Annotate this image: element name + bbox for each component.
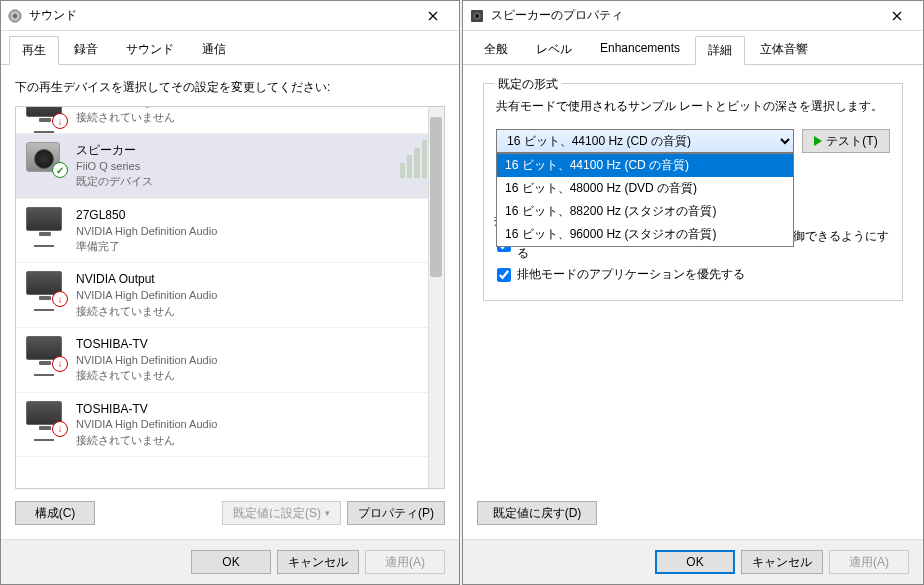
device-status: 準備完了 [76, 239, 217, 254]
tab-再生[interactable]: 再生 [9, 36, 59, 65]
tab-サウンド[interactable]: サウンド [113, 35, 187, 64]
device-item[interactable]: ↓TOSHIBA-TVNVIDIA High Definition Audio接… [16, 393, 444, 458]
restore-defaults-button[interactable]: 既定値に戻す(D) [477, 501, 597, 525]
status-down-icon: ↓ [52, 291, 68, 307]
instruction-text: 下の再生デバイスを選択してその設定を変更してください: [15, 79, 445, 96]
monitor-icon: ↓ [26, 336, 66, 368]
properties-button[interactable]: プロパティ(P) [347, 501, 445, 525]
apply-button[interactable]: 適用(A) [829, 550, 909, 574]
set-default-button[interactable]: 既定値に設定(S) [222, 501, 341, 525]
sound-icon [7, 8, 23, 24]
tab-レベル[interactable]: レベル [523, 35, 585, 64]
format-option[interactable]: 16 ビット、44100 Hz (CD の音質) [497, 154, 793, 177]
monitor-icon [26, 207, 66, 239]
status-down-icon: ↓ [52, 113, 68, 129]
test-button[interactable]: テスト(T) [802, 129, 890, 153]
props-content: 既定の形式 共有モードで使用されるサンプル レートとビットの深さを選択します。 … [463, 65, 923, 539]
sound-content: 下の再生デバイスを選択してその設定を変更してください: ↓2- NVIDIA H… [1, 65, 459, 539]
device-item[interactable]: ↓TOSHIBA-TVNVIDIA High Definition Audio接… [16, 328, 444, 393]
monitor-icon: ↓ [26, 271, 66, 303]
device-name: TOSHIBA-TV [76, 336, 217, 353]
speaker-icon: ✓ [26, 142, 66, 174]
tab-詳細[interactable]: 詳細 [695, 36, 745, 65]
format-combo[interactable]: 16 ビット、44100 Hz (CD の音質) [496, 129, 794, 153]
format-option[interactable]: 16 ビット、48000 Hz (DVD の音質) [497, 177, 793, 200]
monitor-icon: ↓ [26, 401, 66, 433]
speaker-properties-window: スピーカーのプロパティ 全般レベルEnhancements詳細立体音響 既定の形… [462, 0, 924, 585]
default-format-group: 既定の形式 共有モードで使用されるサンプル レートとビットの深さを選択します。 … [483, 83, 903, 301]
device-desc: NVIDIA High Definition Audio [76, 353, 217, 368]
monitor-icon: ↓ [26, 106, 66, 125]
device-desc: NVIDIA High Definition Audio [76, 224, 217, 239]
exclusive-priority-row: 排他モードのアプリケーションを優先する [497, 266, 889, 283]
format-option[interactable]: 16 ビット、96000 Hz (スタジオの音質) [497, 223, 793, 246]
device-status: 接続されていません [76, 110, 244, 125]
speaker-icon [469, 8, 485, 24]
status-down-icon: ↓ [52, 421, 68, 437]
close-button[interactable] [413, 2, 453, 30]
apply-button[interactable]: 適用(A) [365, 550, 445, 574]
device-name: スピーカー [76, 142, 153, 159]
exclusive-priority-label: 排他モードのアプリケーションを優先する [517, 266, 745, 283]
device-status: 接続されていません [76, 304, 217, 319]
device-name: 27GL850 [76, 207, 217, 224]
device-desc: NVIDIA High Definition Audio [76, 417, 217, 432]
device-status: 既定のデバイス [76, 174, 153, 189]
status-ok-icon: ✓ [52, 162, 68, 178]
device-status: 接続されていません [76, 368, 217, 383]
device-item[interactable]: 27GL850NVIDIA High Definition Audio準備完了 [16, 199, 444, 264]
sound-footer: OK キャンセル 適用(A) [1, 539, 459, 584]
svg-point-3 [474, 13, 480, 19]
sound-window: サウンド 再生録音サウンド通信 下の再生デバイスを選択してその設定を変更してくだ… [0, 0, 460, 585]
device-buttons-row: 構成(C) 既定値に設定(S) プロパティ(P) [15, 501, 445, 525]
format-dropdown[interactable]: 16 ビット、44100 Hz (CD の音質)16 ビット、48000 Hz … [496, 153, 794, 247]
default-format-desc: 共有モードで使用されるサンプル レートとビットの深さを選択します。 [496, 98, 890, 115]
cancel-button[interactable]: キャンセル [277, 550, 359, 574]
scrollbar[interactable] [428, 107, 444, 488]
device-list[interactable]: ↓2- NVIDIA High Definition Audio接続されていませ… [15, 106, 445, 489]
configure-button[interactable]: 構成(C) [15, 501, 95, 525]
device-item[interactable]: ↓2- NVIDIA High Definition Audio接続されていませ… [16, 106, 444, 134]
device-item[interactable]: ↓NVIDIA OutputNVIDIA High Definition Aud… [16, 263, 444, 328]
play-icon [814, 136, 822, 146]
device-name: NVIDIA Output [76, 271, 217, 288]
props-titlebar: スピーカーのプロパティ [463, 1, 923, 31]
props-title: スピーカーのプロパティ [491, 7, 877, 24]
format-row: 16 ビット、44100 Hz (CD の音質) テスト(T) 16 ビット、4… [496, 129, 890, 153]
ok-button[interactable]: OK [191, 550, 271, 574]
format-option[interactable]: 16 ビット、88200 Hz (スタジオの音質) [497, 200, 793, 223]
tab-立体音響[interactable]: 立体音響 [747, 35, 821, 64]
props-tabs: 全般レベルEnhancements詳細立体音響 [463, 31, 923, 65]
tab-通信[interactable]: 通信 [189, 35, 239, 64]
device-status: 接続されていません [76, 433, 217, 448]
device-desc: NVIDIA High Definition Audio [76, 288, 217, 303]
exclusive-priority-checkbox[interactable] [497, 268, 511, 282]
sound-titlebar: サウンド [1, 1, 459, 31]
tab-録音[interactable]: 録音 [61, 35, 111, 64]
device-name: TOSHIBA-TV [76, 401, 217, 418]
props-footer: OK キャンセル 適用(A) [463, 539, 923, 584]
close-button[interactable] [877, 2, 917, 30]
tab-全般[interactable]: 全般 [471, 35, 521, 64]
status-down-icon: ↓ [52, 356, 68, 372]
default-format-title: 既定の形式 [494, 76, 562, 93]
restore-row: 既定値に戻す(D) [477, 501, 909, 525]
sound-title: サウンド [29, 7, 413, 24]
svg-point-1 [13, 14, 17, 18]
device-item[interactable]: ✓スピーカーFiiO Q series既定のデバイス [16, 134, 444, 199]
cancel-button[interactable]: キャンセル [741, 550, 823, 574]
sound-tabs: 再生録音サウンド通信 [1, 31, 459, 65]
scroll-thumb[interactable] [430, 117, 442, 277]
tab-Enhancements[interactable]: Enhancements [587, 35, 693, 64]
ok-button[interactable]: OK [655, 550, 735, 574]
device-desc: FiiO Q series [76, 159, 153, 174]
